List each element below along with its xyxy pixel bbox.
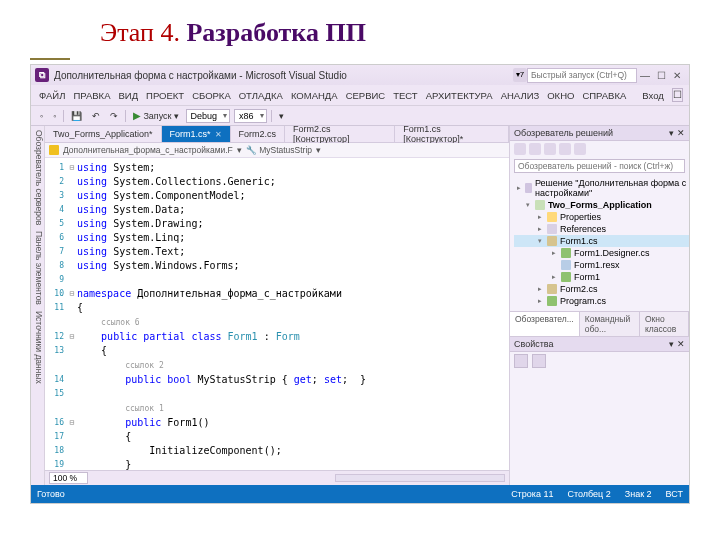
namespace-icon: [49, 145, 59, 155]
menu-build[interactable]: СБОРКА: [192, 90, 231, 101]
tree-form1[interactable]: ▾Form1.cs: [514, 235, 689, 247]
collapse-icon[interactable]: [544, 143, 556, 155]
menubar: ФАЙЛ ПРАВКА ВИД ПРОЕКТ СБОРКА ОТЛАДКА КО…: [31, 85, 689, 106]
breadcrumb: Дополнительная_форма_с_настройками.F ▾ 🔧…: [45, 143, 509, 158]
panel-menu-icon[interactable]: ▾ ✕: [669, 128, 685, 138]
close-button[interactable]: ✕: [670, 70, 684, 81]
right-tabs: Обозревател... Командный обо... Окно кла…: [510, 311, 689, 337]
title-underline: [30, 58, 70, 60]
tree-properties[interactable]: ▸Properties: [514, 211, 689, 223]
tree-project[interactable]: ▾Two_Forms_Application: [514, 199, 689, 211]
sign-in-link[interactable]: Вход: [642, 90, 664, 101]
toolbox-tab[interactable]: Панель элементов: [31, 231, 44, 305]
platform-combo[interactable]: x86: [234, 109, 267, 123]
status-line: Строка 11: [511, 489, 553, 499]
status-char: Знак 2: [625, 489, 652, 499]
status-ready: Готово: [37, 489, 65, 499]
breadcrumb-ns[interactable]: Дополнительная_форма_с_настройками.F: [63, 145, 233, 155]
doc-tab-form2-cs[interactable]: Form2.cs: [231, 126, 286, 142]
server-explorer-tab[interactable]: Обозреватель серверов: [31, 130, 44, 225]
menu-window[interactable]: ОКНО: [547, 90, 574, 101]
menu-edit[interactable]: ПРАВКА: [73, 90, 110, 101]
tree-references[interactable]: ▸References: [514, 223, 689, 235]
editor-footer: 100 %: [45, 470, 509, 485]
status-col: Столбец 2: [567, 489, 610, 499]
menu-test[interactable]: ТЕСТ: [393, 90, 418, 101]
statusbar: Готово Строка 11 Столбец 2 Знак 2 ВСТ: [31, 485, 689, 503]
user-icon[interactable]: ☐: [672, 88, 683, 102]
properties-icon[interactable]: [574, 143, 586, 155]
tab-solution-explorer[interactable]: Обозревател...: [510, 312, 580, 336]
maximize-button[interactable]: ☐: [654, 70, 668, 81]
vs-logo-icon: ⧉: [35, 68, 49, 82]
left-toolstrip: Обозреватель серверов Панель элементов И…: [31, 126, 45, 485]
document-tabs: Two_Forms_Application* Form1.cs*✕ Form2.…: [45, 126, 509, 143]
solution-tree: ▸Решение "Дополнительная форма с настрой…: [510, 175, 689, 311]
home-icon[interactable]: [514, 143, 526, 155]
window-title: Дополнительная форма с настройками - Mic…: [54, 70, 513, 81]
tree-program[interactable]: ▸Program.cs: [514, 295, 689, 307]
menu-architecture[interactable]: АРХИТЕКТУРА: [426, 90, 493, 101]
tab-team-explorer[interactable]: Командный обо...: [580, 312, 640, 336]
tree-solution[interactable]: ▸Решение "Дополнительная форма с настрой…: [514, 177, 689, 199]
titlebar: ⧉ Дополнительная форма с настройками - M…: [31, 65, 689, 85]
properties-title: Свойства ▾ ✕: [510, 337, 689, 352]
categorized-icon[interactable]: [514, 354, 528, 368]
solution-explorer-title: Обозреватель решений ▾ ✕: [510, 126, 689, 141]
slide-title: Этап 4. Разработка ПП: [0, 0, 720, 58]
nav-fwd-button[interactable]: ◦: [50, 110, 59, 122]
menu-help[interactable]: СПРАВКА: [582, 90, 626, 101]
menu-team[interactable]: КОМАНДА: [291, 90, 338, 101]
panel-menu-icon[interactable]: ▾ ✕: [669, 339, 685, 349]
refresh-icon[interactable]: [529, 143, 541, 155]
data-sources-tab[interactable]: Источники данных: [31, 311, 44, 384]
menu-view[interactable]: ВИД: [119, 90, 139, 101]
visual-studio-window: ⧉ Дополнительная форма с настройками - M…: [30, 64, 690, 504]
doc-tab-form1-designer[interactable]: Form1.cs [Конструктор]*: [395, 126, 509, 142]
doc-tab-project[interactable]: Two_Forms_Application*: [45, 126, 162, 142]
tree-form1-designer[interactable]: ▸Form1.Designer.cs: [514, 247, 689, 259]
start-debug-button[interactable]: ▶Запуск ▾: [130, 109, 181, 122]
solution-explorer-search[interactable]: [514, 159, 685, 173]
undo-button[interactable]: ↶: [89, 110, 103, 122]
tree-form2[interactable]: ▸Form2.cs: [514, 283, 689, 295]
code-editor[interactable]: 1⊟using System; 2using System.Collection…: [45, 158, 509, 470]
tree-form1-resx[interactable]: Form1.resx: [514, 259, 689, 271]
tree-form1-class[interactable]: ▸Form1: [514, 271, 689, 283]
alphabetical-icon[interactable]: [532, 354, 546, 368]
misc-button[interactable]: ▾: [276, 110, 287, 122]
tab-class-view[interactable]: Окно классов: [640, 312, 689, 336]
save-all-button[interactable]: 💾: [68, 110, 85, 122]
menu-file[interactable]: ФАЙЛ: [39, 90, 65, 101]
toolbar: ◦ ◦ 💾 ↶ ↷ ▶Запуск ▾ Debug x86 ▾: [31, 106, 689, 126]
menu-debug[interactable]: ОТЛАДКА: [239, 90, 283, 101]
zoom-combo[interactable]: 100 %: [49, 472, 88, 484]
show-all-icon[interactable]: [559, 143, 571, 155]
breadcrumb-member[interactable]: 🔧 MyStatusStrip: [246, 145, 312, 155]
config-combo[interactable]: Debug: [186, 109, 231, 123]
doc-tab-form1-cs[interactable]: Form1.cs*✕: [162, 126, 231, 142]
menu-analyze[interactable]: АНАЛИЗ: [501, 90, 540, 101]
doc-tab-form2-designer[interactable]: Form2.cs [Конструктор]: [285, 126, 395, 142]
close-icon[interactable]: ✕: [215, 130, 222, 139]
minimize-button[interactable]: —: [638, 70, 652, 81]
quick-launch-input[interactable]: [527, 68, 637, 83]
menu-tools[interactable]: СЕРВИС: [346, 90, 386, 101]
properties-toolbar: [510, 352, 689, 370]
solution-explorer-toolbar: [510, 141, 689, 157]
h-scroll[interactable]: [335, 474, 505, 482]
nav-back-button[interactable]: ◦: [37, 110, 46, 122]
status-ins: ВСТ: [666, 489, 683, 499]
redo-button[interactable]: ↷: [107, 110, 121, 122]
notifications-badge[interactable]: ▾7: [513, 68, 527, 82]
menu-project[interactable]: ПРОЕКТ: [146, 90, 184, 101]
